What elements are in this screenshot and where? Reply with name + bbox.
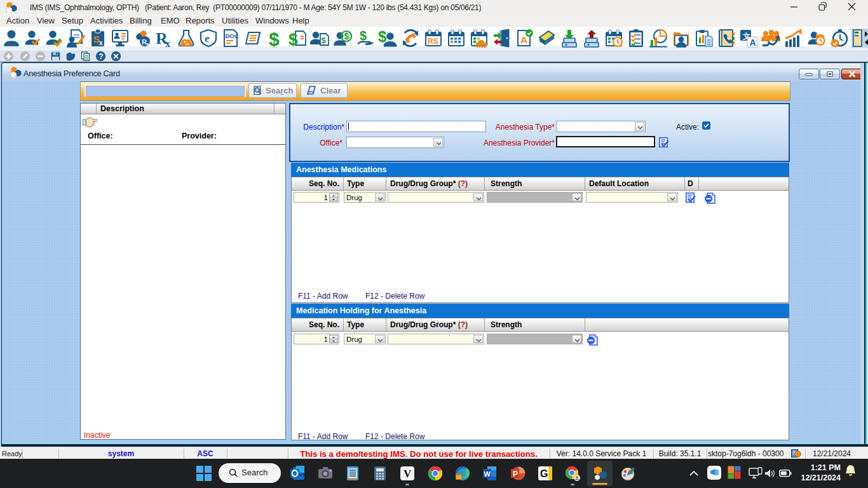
svg-text:e: e xyxy=(205,32,210,44)
svg-text:$: $ xyxy=(344,31,349,41)
svg-text:W: W xyxy=(484,470,491,478)
svg-text:x: x xyxy=(165,38,170,48)
svg-text:DOC: DOC xyxy=(226,32,239,39)
svg-text:G: G xyxy=(540,468,548,479)
svg-text:x: x xyxy=(146,41,149,47)
svg-text:?: ? xyxy=(98,52,103,61)
svg-text:A: A xyxy=(520,34,527,45)
svg-text:$: $ xyxy=(360,29,367,43)
svg-text:$: $ xyxy=(322,36,327,45)
svg-text:x: x xyxy=(99,39,103,46)
svg-text:A: A xyxy=(750,37,756,48)
svg-text:RS: RS xyxy=(428,37,438,46)
svg-text:$: $ xyxy=(269,29,280,48)
svg-text:P: P xyxy=(513,470,518,478)
svg-text:V: V xyxy=(403,468,412,480)
svg-text:$: $ xyxy=(288,30,298,48)
